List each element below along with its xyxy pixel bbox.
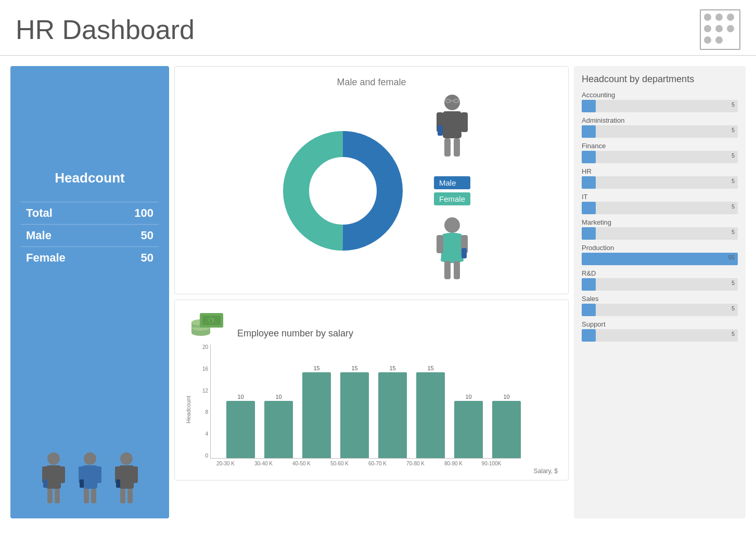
x-label: 20-30 K [211, 461, 240, 466]
svg-rect-15 [119, 465, 134, 489]
bar-group: 10 [454, 344, 483, 458]
dept-row: Administration5 [582, 116, 738, 138]
bar [264, 401, 293, 458]
bar [454, 401, 483, 458]
svg-rect-13 [80, 479, 84, 488]
dept-name: Sales [582, 295, 738, 303]
svg-rect-12 [91, 489, 96, 503]
svg-text:50: 50 [335, 161, 351, 177]
dept-rows: Accounting5Administration5Finance5HR5IT5… [582, 91, 738, 342]
bar-value-label: 10 [275, 394, 281, 400]
dept-name: Support [582, 320, 738, 328]
dept-bar-bg: 5 [582, 202, 738, 214]
female-stat-row: Female 50 [21, 246, 159, 269]
bar-group: 15 [416, 344, 445, 458]
dept-bar-bg: 5 [582, 125, 738, 138]
salary-label: Salary, $ [196, 467, 558, 475]
dept-bar-fill [582, 253, 738, 265]
bar-group: 10 [264, 344, 293, 458]
svg-rect-8 [83, 465, 97, 489]
dept-bar-fill [582, 202, 596, 214]
dept-bar-bg: 5 [582, 100, 738, 112]
person-figure-1 [38, 451, 69, 508]
x-label: 90-100K [477, 461, 506, 466]
donut-row: 50 50 [270, 93, 473, 289]
bars-container: 1010151515151010 [210, 344, 521, 459]
dept-bar-bg: 5 [582, 304, 738, 316]
headcount-title: Headcount [55, 170, 124, 186]
dept-bar-fill [582, 125, 596, 138]
donut-chart-area: Male and female 50 50 [174, 66, 569, 294]
dept-bar-value: 55 [728, 254, 735, 261]
bar-group: 10 [492, 344, 521, 458]
dept-name: R&D [582, 269, 738, 277]
bar-chart-header: $ Employee number by salary [185, 308, 558, 339]
total-stat-row: Total 100 [21, 202, 159, 224]
svg-rect-17 [133, 466, 138, 483]
dept-bar-value: 5 [732, 178, 735, 184]
svg-rect-18 [120, 489, 125, 503]
dept-row: Accounting5 [582, 91, 738, 112]
person-figure-3 [111, 451, 142, 508]
svg-point-14 [120, 452, 133, 465]
svg-rect-35 [438, 125, 443, 136]
female-value: 50 [141, 251, 153, 265]
male-figure [431, 93, 473, 166]
svg-rect-19 [127, 489, 133, 503]
svg-rect-37 [437, 235, 443, 253]
dept-bar-value: 5 [732, 127, 735, 133]
dept-name: HR [582, 167, 738, 175]
svg-rect-3 [60, 466, 65, 483]
dept-name: Finance [582, 142, 738, 150]
bar-value-label: 15 [313, 365, 319, 371]
male-value: 50 [141, 229, 153, 242]
page-title: HR Dashboard [16, 14, 195, 45]
dept-title: Headcount by departments [582, 74, 738, 85]
person-figures [38, 435, 142, 508]
dept-row: R&D5 [582, 269, 738, 291]
bar-value-label: 10 [237, 394, 244, 400]
total-label: Total [26, 206, 53, 220]
dept-bar-bg: 5 [582, 151, 738, 163]
dept-row: Support5 [582, 320, 738, 342]
svg-rect-11 [84, 489, 89, 503]
dept-name: Marketing [582, 218, 738, 226]
male-label: Male [26, 229, 52, 242]
main-content: Headcount Total 100 Male 50 Female 50 [0, 56, 756, 524]
dept-bar-fill [582, 100, 596, 112]
y-tick-8: 8 [196, 409, 210, 415]
svg-rect-5 [55, 489, 60, 503]
svg-rect-32 [461, 112, 468, 132]
money-icon: $ [185, 308, 227, 339]
y-tick-4: 4 [196, 431, 210, 437]
bar [226, 401, 255, 458]
dept-bar-fill [582, 151, 596, 163]
dept-row: Marketing5 [582, 218, 738, 240]
dept-name: Production [582, 244, 738, 252]
person-figure-2 [74, 451, 106, 508]
x-label: 70-80 K [401, 461, 430, 466]
bar [340, 372, 369, 458]
bar-chart-area: $ Employee number by salary Headcount 0 … [174, 299, 569, 480]
dept-name: Accounting [582, 91, 738, 99]
y-tick-0: 0 [196, 453, 210, 459]
dept-bar-bg: 55 [582, 253, 738, 265]
dept-bar-value: 5 [732, 101, 735, 108]
right-panel: Headcount by departments Accounting5Admi… [574, 66, 746, 518]
male-stat-row: Male 50 [21, 224, 159, 246]
y-tick-20: 20 [196, 344, 210, 350]
dept-bar-value: 5 [732, 331, 735, 337]
x-label: 80-90 K [439, 461, 468, 466]
bar [492, 401, 521, 458]
bar [302, 372, 331, 458]
x-label: 60-70 K [363, 461, 392, 466]
svg-rect-34 [454, 138, 460, 157]
female-label: Female [26, 251, 66, 265]
bar-chart-inner: 0 4 8 12 16 20 1010151515151010 20-30 K3… [196, 344, 558, 475]
bar-value-label: 15 [389, 365, 395, 371]
svg-point-36 [444, 217, 460, 233]
dept-bar-fill [582, 176, 596, 189]
svg-rect-10 [96, 466, 101, 483]
svg-rect-6 [43, 479, 47, 488]
svg-text:50: 50 [335, 199, 351, 215]
